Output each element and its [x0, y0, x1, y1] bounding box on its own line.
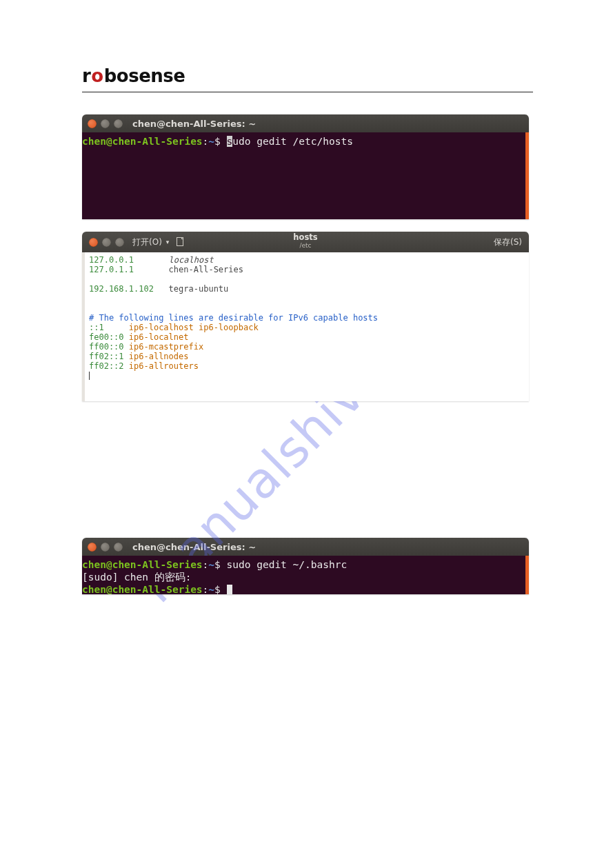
minimize-icon[interactable] — [101, 119, 110, 128]
hosts-l3-ip: 192.168.1.102 — [89, 284, 154, 294]
gedit-title: hosts /etc — [293, 233, 317, 250]
prompt-dollar: $ — [214, 584, 226, 594]
terminal2-content: chen@chen-All-Series:~$ sudo gedit ~/.ba… — [82, 558, 525, 594]
minimize-icon[interactable] — [102, 238, 111, 247]
robosense-logo: robosense — [82, 65, 533, 86]
prompt-path: ~ — [208, 584, 214, 594]
sudo-password-line: [sudo] chen 的密码: — [82, 572, 192, 583]
maximize-icon[interactable] — [114, 543, 123, 552]
prompt-userhost: chen@chen-All-Series — [82, 136, 203, 147]
terminal2-scrollbar[interactable] — [525, 556, 529, 594]
terminal-window-1: chen@chen-All-Series: ~ chen@chen-All-Se… — [82, 114, 529, 219]
pad — [154, 284, 169, 294]
pad — [134, 255, 169, 265]
gedit-filepath: /etc — [293, 241, 317, 250]
prompt-userhost: chen@chen-All-Series — [82, 584, 203, 594]
new-document-icon[interactable] — [176, 237, 185, 247]
terminal1-window-buttons — [88, 119, 123, 128]
terminal2-body[interactable]: chen@chen-All-Series:~$ sudo gedit ~/.ba… — [82, 556, 529, 594]
close-icon[interactable] — [89, 238, 98, 247]
prompt-dollar: $ — [214, 559, 226, 570]
gedit-save-button[interactable]: 保存(S) — [494, 236, 522, 248]
maximize-icon[interactable] — [114, 119, 123, 128]
gedit-window-buttons — [89, 238, 124, 247]
close-icon[interactable] — [88, 119, 97, 128]
prompt-dollar: $ — [214, 136, 226, 147]
hosts-l7-host: ip6-mcastprefix — [129, 342, 203, 352]
terminal1-titlebar: chen@chen-All-Series: ~ — [82, 114, 529, 132]
hosts-l6-host: ip6-localnet — [129, 332, 189, 342]
terminal1-scrollbar[interactable] — [525, 132, 529, 219]
prompt-path: ~ — [208, 559, 214, 570]
hosts-l1-host: localhost — [169, 255, 214, 265]
hosts-l5-host1: ip6-localhost — [129, 323, 194, 332]
hosts-l8-ip: ff02::1 — [89, 352, 129, 361]
gedit-header: 打开(O) ▾ hosts /etc 保存(S) — [82, 232, 529, 252]
hosts-l6-ip: fe00::0 — [89, 332, 129, 342]
terminal2-titlebar: chen@chen-All-Series: ~ — [82, 538, 529, 556]
minimize-icon[interactable] — [101, 543, 110, 552]
gedit-window: 打开(O) ▾ hosts /etc 保存(S) 127.0.0.1 local… — [82, 232, 529, 401]
hosts-l7-ip: ff00::0 — [89, 342, 129, 352]
hosts-l8-host: ip6-allnodes — [129, 352, 189, 361]
vertical-spacer — [82, 401, 533, 525]
hosts-l2-ip: 127.0.1.1 — [89, 265, 134, 274]
hosts-l5-host2: ip6-loopback — [199, 323, 259, 332]
hosts-l2-host: chen-All-Series — [169, 265, 243, 274]
terminal2-window-buttons — [88, 543, 123, 552]
cmd-first-char: s — [227, 136, 233, 147]
hosts-comment: # The following lines are desirable for … — [89, 313, 378, 323]
terminal2-title: chen@chen-All-Series: ~ — [132, 542, 256, 552]
terminal-cursor — [227, 585, 232, 594]
gedit-content: 127.0.0.1 localhost 127.0.1.1 chen-All-S… — [89, 255, 525, 381]
hosts-l3-host: tegra-ubuntu — [169, 284, 229, 294]
hosts-l5-ip: ::1 — [89, 323, 129, 332]
hosts-l1-ip: 127.0.0.1 — [89, 255, 134, 265]
terminal1-line: chen@chen-All-Series:~$ sudo gedit /etc/… — [82, 135, 525, 148]
terminal1-title: chen@chen-All-Series: ~ — [132, 119, 256, 129]
prompt-path: ~ — [208, 136, 214, 147]
cmd-bashrc: sudo gedit ~/.bashrc — [227, 559, 348, 570]
hosts-l9-host: ip6-allrouters — [129, 361, 199, 371]
dropdown-icon: ▾ — [166, 239, 170, 245]
gedit-open-label: 打开(O) — [132, 236, 162, 248]
document-page: manualshive.com robosense chen@chen-All-… — [0, 0, 613, 868]
gedit-open-button[interactable]: 打开(O) ▾ — [132, 236, 169, 248]
pad — [194, 323, 199, 332]
cmd-rest: udo gedit /etc/hosts — [232, 136, 353, 147]
gedit-caret — [89, 372, 90, 380]
logo-part-rest: bosense — [104, 65, 185, 86]
gedit-body[interactable]: 127.0.0.1 localhost 127.0.1.1 chen-All-S… — [82, 252, 529, 401]
logo-part-r: r — [82, 65, 90, 86]
hosts-l9-ip: ff02::2 — [89, 361, 129, 371]
terminal-window-2: chen@chen-All-Series: ~ chen@chen-All-Se… — [82, 538, 529, 594]
pad — [134, 265, 169, 274]
prompt-userhost: chen@chen-All-Series — [82, 559, 203, 570]
terminal1-body[interactable]: chen@chen-All-Series:~$ sudo gedit /etc/… — [82, 132, 529, 219]
logo-part-o: o — [91, 65, 103, 86]
gedit-filename: hosts — [293, 233, 317, 241]
maximize-icon[interactable] — [115, 238, 124, 247]
close-icon[interactable] — [88, 543, 97, 552]
